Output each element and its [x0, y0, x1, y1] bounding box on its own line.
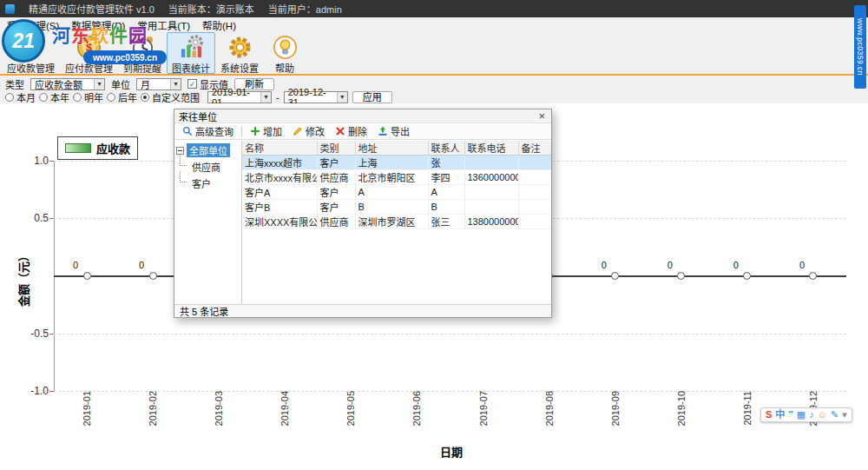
table-cell: 北京市xxxx有限公司 [242, 170, 317, 185]
watermark-url-vertical: www.pc0359.cn [854, 5, 866, 89]
date-range-bar: 本月本年明年后年自定义范围 2019-01-01 ▾ - 2019-12-31 … [0, 90, 868, 103]
apply-button[interactable]: 应用 [352, 91, 392, 103]
button-label: 删除 [348, 124, 367, 138]
menu-item-3[interactable]: 常用工具(T) [131, 18, 196, 32]
table-cell: 李四 [428, 170, 464, 185]
column-header[interactable]: 联系电话 [464, 141, 518, 156]
units-table: 名称类别地址联系人联系电话备注上海xxxx超市客户上海张北京市xxxx有限公司供… [242, 141, 551, 229]
sogou-logo-icon[interactable]: S [766, 410, 772, 420]
column-header[interactable]: 名称 [242, 141, 317, 156]
export-button[interactable]: 导出 [373, 123, 414, 139]
menu-item-4[interactable]: 帮助(H) [196, 18, 242, 32]
ime-toolbar[interactable]: S中”▦♪☺✎▾ [760, 407, 852, 422]
record-count: 共 5 条记录 [174, 304, 551, 317]
y-tick-mark [49, 218, 54, 219]
radio-icon [73, 93, 82, 102]
close-button[interactable]: × [536, 110, 547, 122]
radio-label: 后年 [118, 90, 137, 104]
tree-collapse-icon[interactable] [176, 147, 184, 155]
range-radio-5[interactable]: 自定义范围 [141, 90, 200, 104]
app-icon [5, 4, 15, 14]
unit-tree: 全部单位 供应商客户 [174, 141, 242, 304]
edit-button[interactable]: 修改 [288, 123, 329, 139]
keyboard-icon[interactable]: ▦ [797, 410, 806, 420]
pencil-icon [293, 126, 303, 136]
toolbar-item-help[interactable]: 帮助 [264, 32, 306, 74]
table-cell [518, 156, 551, 170]
table-row[interactable]: 深圳XXXX有限公司供应商深圳市罗湖区张三1380000000 [242, 215, 551, 229]
table-cell: 供应商 [317, 170, 355, 185]
add-button[interactable]: 增加 [246, 123, 286, 139]
x-tick-label: 2019-10 [676, 391, 687, 443]
punctuation-icon[interactable]: ” [788, 410, 793, 420]
delete-button[interactable]: 删除 [331, 123, 372, 139]
column-header[interactable]: 备注 [518, 141, 551, 156]
chevron-down-icon: ▾ [94, 79, 104, 89]
y-tick-mark [49, 161, 54, 162]
type-select[interactable]: 应收款金额 ▾ [30, 78, 105, 90]
table-cell [464, 200, 518, 215]
titlebar: 精通应收应付款管理软件 v1.0 当前账本：演示账本 当前用户：admin [0, 0, 868, 17]
dialog-body: 全部单位 供应商客户 名称类别地址联系人联系电话备注上海xxxx超市客户上海张北… [174, 141, 551, 304]
column-header[interactable]: 地址 [355, 141, 428, 156]
toolbar-item-receivables[interactable]: $ 应收款管理 [2, 32, 60, 74]
toolbar-item-due-reminder[interactable]: 到期提醒 [118, 32, 167, 74]
table-cell: 供应商 [317, 215, 355, 229]
chinese-mode-icon[interactable]: 中 [775, 410, 785, 420]
toolbar-item-label: 应付款管理 [65, 61, 113, 75]
dialog-toolbar: 高级查询 增加 修改 删除 导出 [174, 123, 551, 140]
column-header[interactable]: 类别 [317, 141, 355, 156]
advanced-search-button[interactable]: 高级查询 [178, 123, 238, 139]
range-radio-2[interactable]: 本年 [39, 90, 69, 104]
date-to-select[interactable]: 2019-12-31 ▾ [284, 91, 348, 103]
table-row[interactable]: 客户A客户AA [242, 185, 551, 200]
mic-icon[interactable]: ♪ [809, 410, 814, 420]
toolbar-item-chart-statistics[interactable]: 图表统计 [167, 32, 215, 74]
menu-item-2[interactable]: 数据管理(D) [65, 18, 131, 32]
data-point [743, 272, 751, 280]
export-icon [378, 126, 388, 136]
date-range-separator: - [276, 92, 279, 103]
range-radio-3[interactable]: 明年 [73, 90, 103, 104]
toolbar-item-payables[interactable]: $ 应付款管理 [60, 32, 118, 74]
data-point-label: 0 [730, 260, 742, 270]
pencil-icon[interactable]: ✎ [831, 410, 838, 420]
y-tick-mark [49, 391, 54, 392]
radio-label: 自定义范围 [152, 90, 200, 104]
toolbar-item-system-settings[interactable]: 系统设置 [215, 32, 264, 74]
menu-item-1[interactable]: 系统管理(S) [0, 18, 65, 32]
range-radio-4[interactable]: 后年 [107, 90, 137, 104]
data-point [809, 272, 817, 280]
gridline [54, 391, 846, 392]
y-tick-mark [49, 334, 54, 334]
column-header[interactable]: 联系人 [428, 141, 464, 156]
button-label: 高级查询 [195, 124, 233, 138]
chevron-down-icon: ▾ [260, 92, 271, 103]
tree-item-2[interactable]: 客户 [174, 175, 241, 191]
table-row[interactable]: 北京市xxxx有限公司供应商北京市朝阳区李四1360000000 [242, 170, 551, 185]
data-point [677, 272, 685, 280]
table-row[interactable]: 上海xxxx超市客户上海张 [242, 156, 551, 170]
svg-text:$: $ [86, 42, 92, 54]
table-cell: 张三 [428, 215, 464, 229]
chevron-down-icon: ▾ [170, 79, 181, 89]
toolbar-item-label: 系统设置 [220, 61, 259, 75]
toolbar-item-label: 应收款管理 [7, 61, 55, 75]
table-cell: A [355, 185, 428, 200]
x-tick-label: 2019-04 [279, 391, 290, 443]
table-cell: 上海xxxx超市 [242, 156, 317, 170]
dialog-title: 来往单位 [179, 109, 217, 123]
table-cell [518, 185, 551, 200]
smiley-icon[interactable]: ☺ [818, 410, 827, 420]
radio-label: 本月 [16, 90, 36, 104]
x-tick-label: 2019-05 [345, 391, 356, 443]
toolbar-item-label: 图表统计 [172, 61, 210, 75]
more-icon[interactable]: ▾ [842, 410, 847, 420]
table-row[interactable]: 客户B客户BB [242, 200, 551, 215]
unit-select[interactable]: 月 ▾ [136, 78, 181, 90]
table-cell: 深圳市罗湖区 [355, 215, 428, 229]
range-radio-1[interactable]: 本月 [5, 90, 36, 104]
date-from-select[interactable]: 2019-01-01 ▾ [207, 91, 272, 103]
table-cell [518, 200, 551, 215]
menubar: 系统管理(S)数据管理(D)常用工具(T)帮助(H) [0, 17, 868, 32]
